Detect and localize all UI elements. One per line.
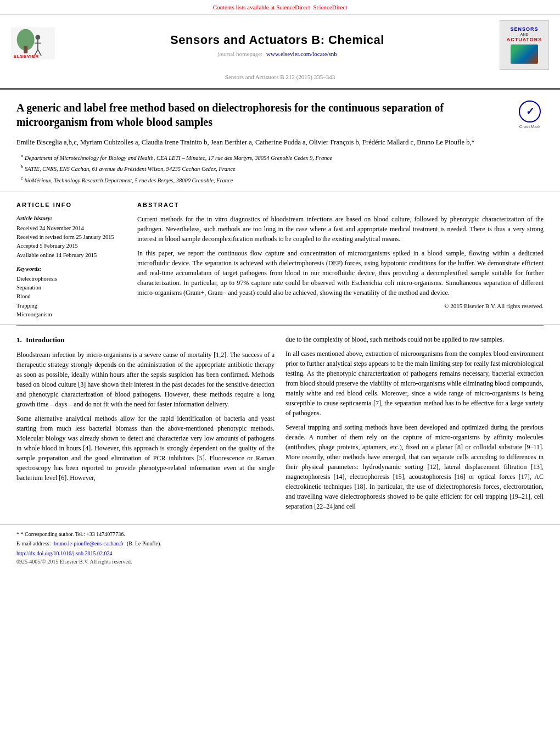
sensors-logo-image <box>511 44 538 64</box>
doi-link[interactable]: http://dx.doi.org/10.1016/j.snb.2015.02.… <box>16 550 544 558</box>
copyright-line: © 2015 Elsevier B.V. All rights reserved… <box>137 302 544 311</box>
article-section: A generic and label free method based on… <box>0 90 560 192</box>
journal-homepage: journal homepage: www.elsevier.com/locat… <box>60 50 494 59</box>
affil-b-text: SATIE, CNRS, ENS Cachan, 61 avenue du Pr… <box>25 166 236 172</box>
contents-available-text: Contents lists available at ScienceDirec… <box>213 4 310 10</box>
abstract-para2: In this paper, we report the continuous … <box>137 248 544 298</box>
body-para-3: due to the complexity of blood, such met… <box>285 334 544 344</box>
page-wrapper: Contents lists available at ScienceDirec… <box>0 0 560 570</box>
affiliation-c: c bioMérieux, Technology Research Depart… <box>16 175 544 185</box>
sensors-logo-actuators: AcTuators <box>507 37 542 43</box>
email-link[interactable]: bruno.le-pioufle@ens-cachan.fr <box>54 540 124 546</box>
svg-text:ELSEVIER: ELSEVIER <box>13 54 39 59</box>
article-title-area: A generic and label free method based on… <box>16 101 544 130</box>
svg-rect-2 <box>24 46 27 53</box>
sensors-logo-sensors: SENSORS <box>510 26 538 32</box>
crossmark-icon: ✓ <box>519 101 541 122</box>
article-info-abstract-section: ARTICLE INFO Article history: Received 2… <box>0 192 560 325</box>
abstract-para1: Current methods for the in vitro diagnos… <box>137 214 544 244</box>
abstract-heading: ABSTRACT <box>137 201 544 210</box>
keyword-2: Blood <box>16 292 126 300</box>
sensors-logo-and: and <box>520 32 528 37</box>
svg-point-3 <box>35 35 40 40</box>
article-footer: * * Corresponding author. Tel.: +33 1474… <box>0 525 560 570</box>
section1-number: 1. <box>16 336 22 344</box>
section1-label: Introduction <box>26 336 65 344</box>
corresponding-author-note: * * Corresponding author. Tel.: +33 1474… <box>16 531 544 539</box>
keywords-label: Keywords: <box>16 265 126 273</box>
abstract-text: Current methods for the in vitro diagnos… <box>137 214 544 298</box>
affiliation-b: b SATIE, CNRS, ENS Cachan, 61 avenue du … <box>16 163 544 173</box>
authors-text: Emilie Bisceglia a,b,c, Myriam Cubizolle… <box>16 138 475 146</box>
citation-bar: Sensors and Actuators B 212 (2015) 335–3… <box>0 73 560 84</box>
email-person: (B. Le Pioufle). <box>127 540 161 546</box>
affil-a-text: Department of Microtechnology for Biolog… <box>25 154 332 160</box>
sciencedirect-link[interactable]: ScienceDirect <box>313 4 348 10</box>
article-title: A generic and label free method based on… <box>16 101 516 129</box>
star-note-text: * Corresponding author. Tel.: +33 147407… <box>21 531 125 537</box>
journal-header: Contents lists available at ScienceDirec… <box>0 0 560 90</box>
article-info-column: ARTICLE INFO Article history: Received 2… <box>16 201 126 319</box>
revised-date: Received in revised form 25 January 2015 <box>16 233 126 241</box>
homepage-label: journal homepage: <box>217 51 262 57</box>
sensors-logo: SENSORS and AcTuators <box>500 20 549 70</box>
elsevier-logo: ELSEVIER <box>11 27 60 63</box>
sensors-logo-box: SENSORS and AcTuators <box>494 20 549 70</box>
citation-text: Sensors and Actuators B 212 (2015) 335–3… <box>225 74 335 80</box>
authors-line: Emilie Bisceglia a,b,c, Myriam Cubizolle… <box>16 137 544 147</box>
journal-title: Sensors and Actuators B: Chemical <box>60 31 494 49</box>
accepted-date: Accepted 5 February 2015 <box>16 242 126 250</box>
crossmark-logo: ✓ CrossMark <box>516 101 544 130</box>
affil-a-sup: a <box>21 153 23 158</box>
affil-c-text: bioMérieux, Technology Research Departme… <box>25 177 233 183</box>
email-note: E-mail address: bruno.le-pioufle@ens-cac… <box>16 540 544 548</box>
affil-c-sup: c <box>21 175 23 181</box>
body-para-5: Several trapping and sorting methods hav… <box>285 422 544 511</box>
header-top-bar: Contents lists available at ScienceDirec… <box>0 0 560 15</box>
body-para-2: Some alternative analytical methods allo… <box>16 414 275 483</box>
journal-title-center: Sensors and Actuators B: Chemical journa… <box>60 31 494 59</box>
crossmark-text: CrossMark <box>519 124 541 130</box>
article-info-heading: ARTICLE INFO <box>16 201 126 210</box>
affiliation-a: a Department of Microtechnology for Biol… <box>16 152 544 162</box>
keyword-4: Microorganism <box>16 310 126 319</box>
history-label: Article history: <box>16 214 126 222</box>
keyword-0: Dielectrophoresis <box>16 275 126 283</box>
body-para-1: Bloodstream infection by micro-organisms… <box>16 350 275 409</box>
body-content: 1. Introduction Bloodstream infection by… <box>0 326 560 521</box>
section1-title: 1. Introduction <box>16 334 275 345</box>
issn-line: 0925-4005/© 2015 Elsevier B.V. All right… <box>16 558 544 566</box>
body-col-left: 1. Introduction Bloodstream infection by… <box>16 334 275 516</box>
keyword-3: Trapping <box>16 302 126 310</box>
elsevier-svg: ELSEVIER <box>11 27 55 60</box>
body-col-right: due to the complexity of blood, such met… <box>285 334 544 516</box>
received-date: Received 24 November 2014 <box>16 224 126 232</box>
keyword-1: Separation <box>16 283 126 292</box>
body-para-4: In all cases mentioned above, extraction… <box>285 349 544 418</box>
header-main: ELSEVIER Sensors and Actuators B: Chemic… <box>0 15 560 73</box>
available-date: Available online 14 February 2015 <box>16 251 126 259</box>
homepage-url[interactable]: www.elsevier.com/locate/snb <box>266 51 337 57</box>
star-symbol: * <box>16 531 21 537</box>
affil-b-sup: b <box>21 164 23 169</box>
doi-text: http://dx.doi.org/10.1016/j.snb.2015.02.… <box>16 550 113 556</box>
email-label: E-mail address: <box>16 540 51 546</box>
abstract-column: ABSTRACT Current methods for the in vitr… <box>137 201 544 319</box>
